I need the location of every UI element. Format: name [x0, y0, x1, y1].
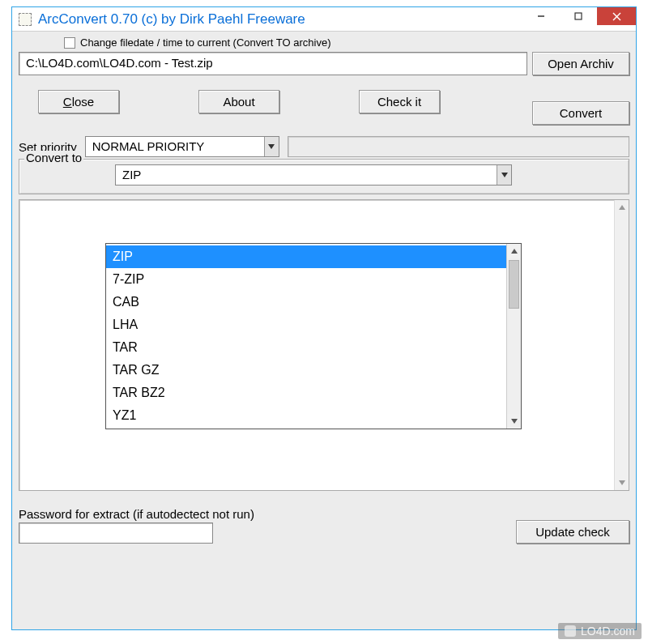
- convert-button[interactable]: Convert: [532, 101, 629, 125]
- password-input[interactable]: [19, 522, 213, 544]
- archive-path-input[interactable]: C:\LO4D.com\LO4D.com - Test.zip: [19, 52, 527, 75]
- dropdown-option[interactable]: TAR GZ: [106, 359, 506, 382]
- convert-to-combo-text: ZIP: [116, 165, 497, 185]
- minimize-icon: [537, 12, 545, 20]
- archive-path-row: C:\LO4D.com\LO4D.com - Test.zip Open Arc…: [19, 52, 629, 75]
- close-button[interactable]: Close: [38, 90, 119, 113]
- bottom-row: Password for extract (if autodectect not…: [19, 507, 629, 544]
- scroll-down-icon[interactable]: [507, 414, 521, 429]
- check-it-button[interactable]: Check it: [359, 90, 440, 113]
- svg-marker-5: [501, 173, 508, 177]
- svg-marker-9: [511, 419, 518, 424]
- change-filedate-label: Change filedate / time to current (Conve…: [80, 36, 331, 49]
- watermark-icon: [565, 625, 576, 637]
- dropdown-option[interactable]: LHA: [106, 313, 506, 336]
- minimize-button[interactable]: [522, 7, 560, 25]
- priority-combo-text: NORMAL PRIORITY: [86, 137, 264, 156]
- convert-to-combo-arrow[interactable]: [497, 165, 511, 185]
- convert-to-dropdown[interactable]: ZIP7-ZIPCABLHATARTAR GZTAR BZ2YZ1: [105, 243, 522, 429]
- about-button[interactable]: About: [198, 90, 279, 113]
- dropdown-option[interactable]: 7-ZIP: [106, 268, 506, 291]
- scroll-down-icon[interactable]: [615, 476, 629, 490]
- titlebar: ArcConvert 0.70 (c) by Dirk Paehl Freewa…: [12, 7, 636, 32]
- svg-marker-6: [619, 205, 625, 210]
- close-icon: [612, 12, 621, 21]
- chevron-down-icon: [501, 173, 508, 177]
- chevron-down-icon: [268, 144, 275, 149]
- change-filedate-row: Change filedate / time to current (Conve…: [64, 36, 629, 49]
- svg-marker-8: [511, 249, 518, 254]
- priority-combo[interactable]: NORMAL PRIORITY: [85, 136, 279, 157]
- convert-to-legend: Convert to: [24, 151, 83, 164]
- scroll-thumb[interactable]: [509, 260, 519, 309]
- update-check-button[interactable]: Update check: [516, 520, 629, 544]
- log-scrollbar[interactable]: [614, 200, 629, 490]
- watermark-text: LO4D.com: [581, 625, 635, 638]
- priority-row: Set priority NORMAL PRIORITY: [19, 136, 629, 157]
- convert-to-combo[interactable]: ZIP: [115, 164, 512, 186]
- status-box: [288, 136, 629, 157]
- watermark: LO4D.com: [558, 623, 642, 639]
- password-label: Password for extract (if autodectect not…: [19, 507, 254, 521]
- window-controls: [522, 7, 636, 31]
- app-icon: [19, 13, 32, 26]
- scroll-up-icon[interactable]: [615, 200, 629, 215]
- svg-marker-4: [268, 144, 275, 149]
- scroll-up-icon[interactable]: [507, 244, 521, 258]
- dropdown-option[interactable]: CAB: [106, 291, 506, 313]
- convert-to-fieldset: Convert to ZIP: [19, 159, 629, 194]
- maximize-icon: [574, 12, 582, 20]
- password-block: Password for extract (if autodectect not…: [19, 507, 254, 544]
- action-buttons-row: Close About Check it Convert: [38, 90, 629, 125]
- maximize-button[interactable]: [560, 7, 597, 25]
- priority-combo-arrow[interactable]: [264, 137, 279, 156]
- svg-rect-1: [575, 13, 582, 19]
- change-filedate-checkbox[interactable]: [64, 37, 75, 49]
- dropdown-option[interactable]: ZIP: [106, 245, 506, 268]
- dropdown-option[interactable]: TAR BZ2: [106, 382, 506, 404]
- dropdown-scrollbar[interactable]: [506, 244, 521, 429]
- window-title: ArcConvert 0.70 (c) by Dirk Paehl Freewa…: [38, 11, 305, 28]
- close-window-button[interactable]: [597, 7, 636, 25]
- svg-marker-7: [619, 480, 625, 485]
- dropdown-option[interactable]: TAR: [106, 336, 506, 359]
- dropdown-option[interactable]: YZ1: [106, 404, 506, 427]
- open-archive-button[interactable]: Open Archiv: [532, 52, 629, 75]
